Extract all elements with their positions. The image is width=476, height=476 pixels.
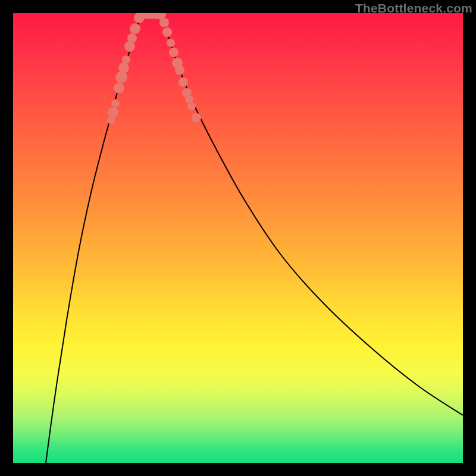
dot [169,48,178,57]
dot [130,23,140,34]
dot [111,99,120,108]
dot [175,65,184,75]
dot [122,55,130,64]
dot [185,95,193,104]
dot [192,113,201,123]
dot [115,71,127,83]
dot [178,77,188,87]
dot [127,33,137,43]
watermark-text: TheBottleneck.com [355,1,472,15]
plot-area [13,13,463,463]
dot [167,39,175,47]
dot [118,62,129,73]
dot [108,107,118,118]
highlight-dots [13,13,463,463]
dot [114,83,124,93]
dot [124,41,135,52]
dot [159,18,169,27]
dot [162,27,172,37]
chart-frame: TheBottleneck.com [0,0,476,476]
